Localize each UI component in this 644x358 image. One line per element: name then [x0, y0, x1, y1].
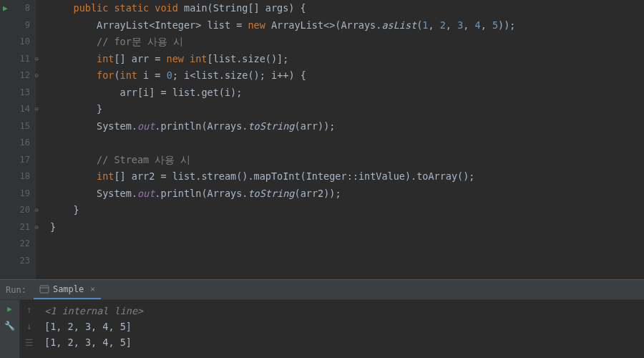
- line-number: 17: [20, 152, 30, 169]
- line-number: 23: [20, 253, 30, 270]
- fold-icon[interactable]: ⊖: [35, 67, 39, 84]
- line-number: 22: [20, 236, 30, 253]
- code-line[interactable]: // for문 사용 시: [50, 34, 644, 51]
- code-line[interactable]: System.out.println(Arrays.toString(arr))…: [50, 118, 644, 135]
- line-number: 13: [20, 84, 30, 102]
- code-line[interactable]: int[] arr2 = list.stream().mapToInt(Inte…: [50, 168, 644, 185]
- line-number: 19: [20, 185, 30, 203]
- code-line[interactable]: [50, 236, 644, 253]
- console-output[interactable]: <1 internal line> [1, 2, 3, 4, 5] [1, 2,…: [39, 300, 644, 358]
- line-gutter: ▶ 8 9 10 11⊖ 12⊖ 13 14⊖ 15 16 17 18 19 2…: [0, 0, 36, 279]
- code-line[interactable]: public static void main(String[] args) {: [50, 0, 644, 17]
- svg-rect-0: [40, 286, 49, 293]
- rerun-icon[interactable]: ▶: [7, 304, 12, 314]
- run-tab[interactable]: Sample ✕: [34, 280, 101, 299]
- line-number: 9: [25, 17, 30, 34]
- line-number: 12: [20, 67, 30, 84]
- code-editor[interactable]: ▶ 8 9 10 11⊖ 12⊖ 13 14⊖ 15 16 17 18 19 2…: [0, 0, 644, 279]
- wrench-icon[interactable]: 🔧: [4, 321, 15, 331]
- line-number: 18: [20, 168, 30, 185]
- code-line[interactable]: [50, 253, 644, 270]
- code-line[interactable]: // Stream 사용 시: [50, 152, 644, 169]
- code-line[interactable]: int[] arr = new int[list.size()];: [50, 51, 644, 68]
- run-body: ▶ 🔧 ↑ ↓ ☰ <1 internal line> [1, 2, 3, 4,…: [0, 300, 644, 358]
- run-nav: ↑ ↓ ☰: [20, 300, 39, 358]
- code-line[interactable]: [50, 135, 644, 152]
- code-line[interactable]: ArrayList<Integer> list = new ArrayList<…: [50, 17, 644, 34]
- line-number: 21: [20, 219, 30, 236]
- line-number: 11: [20, 51, 30, 68]
- run-header: Run: Sample ✕: [0, 280, 644, 300]
- application-icon: [39, 284, 49, 294]
- line-number: 8: [25, 0, 30, 17]
- fold-icon[interactable]: ⊖: [35, 51, 39, 68]
- line-number: 20: [20, 202, 30, 219]
- fold-icon[interactable]: ⊖: [35, 202, 39, 219]
- code-line[interactable]: for(int i = 0; i<list.size(); i++) {: [50, 67, 644, 84]
- code-line[interactable]: }: [50, 219, 644, 236]
- code-line[interactable]: }: [50, 202, 644, 219]
- run-toolbar: ▶ 🔧: [0, 300, 20, 358]
- code-line[interactable]: System.out.println(Arrays.toString(arr2)…: [50, 185, 644, 203]
- console-line: [1, 2, 3, 4, 5]: [44, 334, 638, 350]
- down-arrow-icon[interactable]: ↓: [26, 321, 32, 332]
- run-label: Run:: [6, 285, 26, 295]
- fold-icon[interactable]: ⊖: [35, 101, 39, 118]
- soft-wrap-icon[interactable]: ☰: [25, 337, 34, 348]
- up-arrow-icon[interactable]: ↑: [26, 304, 32, 315]
- code-line[interactable]: arr[i] = list.get(i);: [50, 84, 644, 102]
- line-number: 16: [20, 135, 30, 152]
- run-tool-window: Run: Sample ✕ ▶ 🔧 ↑ ↓ ☰ <1 internal line…: [0, 279, 644, 358]
- console-line: [1, 2, 3, 4, 5]: [44, 319, 638, 334]
- fold-icon[interactable]: ⊖: [35, 219, 39, 236]
- close-icon[interactable]: ✕: [90, 284, 95, 294]
- code-area[interactable]: public static void main(String[] args) {…: [36, 0, 644, 279]
- line-number: 14: [20, 101, 30, 118]
- line-number: 15: [20, 118, 30, 135]
- code-line[interactable]: }: [50, 101, 644, 118]
- console-line: <1 internal line>: [44, 303, 638, 319]
- gutter-line: ▶ 8: [0, 0, 30, 17]
- run-tab-name: Sample: [53, 284, 84, 294]
- line-number: 10: [20, 34, 30, 51]
- run-gutter-icon[interactable]: ▶: [3, 0, 8, 17]
